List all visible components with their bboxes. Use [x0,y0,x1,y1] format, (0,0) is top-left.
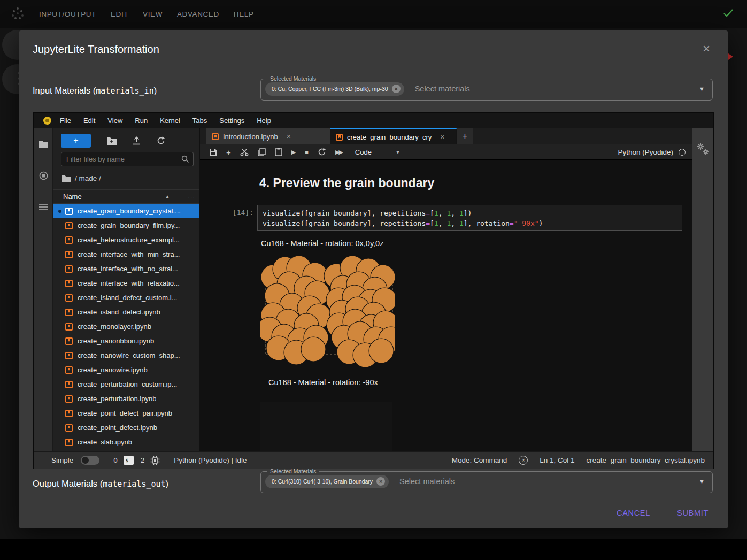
file-row[interactable]: create_nanoribbon.ipynb [53,334,199,348]
dialog-title: JupyterLite Transformation [33,43,159,56]
kernel-name[interactable]: Python (Pyodide) [618,148,673,156]
upload-icon[interactable] [133,136,141,145]
terminal-icon[interactable]: $_ [124,456,134,465]
running-kernels-icon[interactable] [39,171,48,180]
file-row[interactable]: create_point_defect_pair.ipynb [53,406,199,420]
file-browser-panel: + / made / Name ▲ [53,128,200,451]
copy-icon[interactable] [258,148,266,156]
refresh-icon[interactable] [157,136,165,145]
file-name: create_monolayer.ipynb [78,323,151,331]
jupyter-menu-help[interactable]: Help [257,117,271,125]
tab-close-icon[interactable]: × [440,133,444,141]
jupyter-menu-file[interactable]: File [60,117,71,125]
app-menu-input-output[interactable]: INPUT/OUTPUT [39,10,96,18]
sort-ascending-icon[interactable]: ▲ [165,194,170,199]
file-row[interactable]: create_slab.ipynb [53,435,199,449]
new-tab-button[interactable]: + [457,128,473,144]
kernel-chip-icon[interactable] [150,456,160,465]
cursor-position[interactable]: Ln 1, Col 1 [540,456,574,464]
cancel-button[interactable]: CANCEL [611,504,656,521]
tab-create-grain-boundary[interactable]: create_grain_boundary_cry × [330,128,457,144]
cell-type-select[interactable]: Code [355,148,372,156]
file-row[interactable]: create_perturbation.ipynb [53,392,199,406]
kernel-count[interactable]: 2 [141,456,145,464]
file-row[interactable]: create_nanowire.ipynb [53,363,199,377]
file-row[interactable]: create_grain_boundary_film.ipy... [53,218,199,233]
file-row[interactable]: create_heterostructure_exampl... [53,233,199,247]
file-row[interactable]: create_nanowire_custom_shap... [53,348,199,363]
file-row[interactable]: create_grain_boundary_crystal.... [53,204,199,218]
new-folder-icon[interactable] [107,137,117,145]
paste-icon[interactable] [275,148,282,156]
input-materials-select[interactable]: Selected Materials 0: Cu, Copper, FCC (F… [260,75,713,101]
terminal-count[interactable]: 0 [113,456,118,464]
statusbar-right: Mode: Command × Ln 1, Col 1 create_grain… [452,456,705,465]
file-row[interactable]: create_interface_with_relaxatio... [53,276,199,290]
chevron-down-icon[interactable]: ▼ [699,478,705,485]
right-settings-strip [692,128,713,451]
output-materials-placeholder[interactable]: Select materials [399,477,699,486]
jupyter-menu-kernel[interactable]: Kernel [160,117,180,125]
notebook-icon [65,439,73,446]
chevron-down-icon[interactable]: ▼ [699,86,705,92]
kernel-indicator[interactable]: Python (Pyodide) [618,144,686,160]
mode-indicator[interactable]: Mode: Command [452,456,507,464]
input-material-chip[interactable]: 0: Cu, Copper, FCC (Fm-3m) 3D (Bulk), mp… [265,82,404,96]
cut-icon[interactable] [240,148,249,156]
code-cell[interactable]: visualize([grain_boundary], repetitions=… [257,205,682,231]
jupyter-menu-settings[interactable]: Settings [219,117,244,125]
chevron-down-icon[interactable]: ▾ [396,148,399,156]
file-row[interactable]: create_island_defect_custom.i... [53,290,199,305]
jupyterlab-frame: File Edit View Run Kernel Tabs Settings … [33,112,714,469]
file-row[interactable]: create_island_defect.ipynb [53,305,199,319]
name-column-header[interactable]: Name [63,193,165,201]
jupyter-menu-edit[interactable]: Edit [83,117,95,125]
viz-caption-1: Cu168 - Material - rotation: 0x,0y,0z [261,239,383,248]
file-filter-input[interactable] [61,152,168,166]
new-launcher-button[interactable]: + [61,134,91,148]
file-name: create_grain_boundary_film.ipy... [78,221,180,229]
column-more-icon[interactable]: ··· [188,194,195,200]
notebook-panel: Introduction.ipynb × create_grain_bounda… [200,128,692,451]
chip-remove-icon[interactable]: × [376,477,385,486]
file-row[interactable]: create_perturbation_custom.ip... [53,377,199,392]
restart-kernel-icon[interactable] [318,148,326,156]
table-of-contents-icon[interactable] [39,203,48,211]
simple-mode-toggle[interactable] [81,456,99,465]
app-logo-dots-icon[interactable] [12,7,25,20]
file-name: create_island_defect_custom.i... [78,294,177,302]
insert-cell-icon[interactable]: + [226,148,231,157]
jupyter-menu-tabs[interactable]: Tabs [192,117,207,125]
file-row[interactable]: create_point_defect.ipynb [53,420,199,435]
submit-button[interactable]: SUBMIT [672,504,714,521]
file-row[interactable]: create_interface_with_min_stra... [53,247,199,262]
output-materials-select[interactable]: Selected Materials 0: Cu4(310)-Cu4(-3-10… [260,468,713,493]
restart-run-all-icon[interactable]: ▶▶ [335,149,342,156]
breadcrumb[interactable]: / made / [62,174,101,182]
dialog-close-icon[interactable]: × [703,42,710,55]
jupyter-menu-run[interactable]: Run [135,117,148,125]
screen: INPUT/OUTPUT EDIT VIEW ADVANCED HELP Jup… [0,0,747,560]
save-icon[interactable] [209,148,217,156]
app-menu-advanced[interactable]: ADVANCED [177,10,219,18]
notifications-icon[interactable]: × [519,456,528,465]
app-menu-view[interactable]: VIEW [143,10,163,18]
file-row[interactable]: create_interface_with_no_strai... [53,262,199,276]
jupyter-menu-view[interactable]: View [107,117,122,125]
tab-close-icon[interactable]: × [287,132,291,141]
kernel-status-text[interactable]: Python (Pyodide) | Idle [174,456,247,464]
gears-icon[interactable] [696,142,710,157]
run-icon[interactable]: ▶ [291,149,296,156]
tab-introduction[interactable]: Introduction.ipynb × [206,128,330,144]
app-menu-help[interactable]: HELP [234,10,254,18]
file-list-header[interactable]: Name ▲ ··· [53,189,199,204]
chip-remove-icon[interactable]: × [392,85,401,93]
file-row[interactable]: create_monolayer.ipynb [53,319,199,334]
check-icon[interactable] [722,7,734,18]
stop-icon[interactable]: ■ [305,149,309,155]
file-browser-icon[interactable] [39,140,48,148]
input-materials-placeholder[interactable]: Select materials [415,85,699,93]
notebook-icon [65,352,73,359]
app-menu-edit[interactable]: EDIT [111,10,128,18]
output-material-chip[interactable]: 0: Cu4(310)-Cu4(-3-10), Grain Boundary × [265,475,389,488]
